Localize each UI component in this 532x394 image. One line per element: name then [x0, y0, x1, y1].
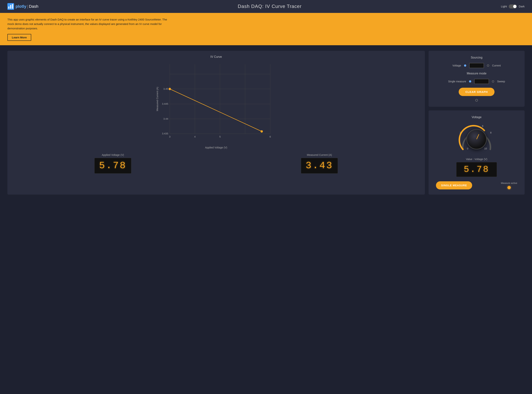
single-measure-radio-btn[interactable]: [469, 80, 471, 83]
measure-mode-radio-row: Single measure Sweep: [434, 79, 519, 84]
svg-text:Measured Current (A): Measured Current (A): [156, 87, 159, 111]
theme-toggle: Light Dark: [501, 5, 525, 9]
measured-current-label: Measured Current (A): [307, 153, 332, 156]
header: plotly|Dash Dash DAQ: IV Curve Tracer Li…: [0, 0, 532, 13]
theme-dark-label: Dark: [519, 5, 525, 8]
svg-rect-1: [8, 6, 9, 9]
measure-mode-title: Measure mode: [434, 72, 519, 75]
applied-voltage-label: Applied Voltage (V): [102, 153, 124, 156]
x-axis-label: Applied Voltage (V): [12, 146, 420, 149]
voltage-value-display: 5.78: [456, 162, 497, 177]
theme-toggle-switch[interactable]: [509, 5, 517, 9]
svg-text:4: 4: [194, 135, 196, 138]
svg-point-24: [169, 88, 171, 90]
svg-rect-4: [154, 60, 278, 145]
chart-container: 3.435 3.44 3.445 3.45 3 4 5 6 Measured C…: [12, 60, 420, 145]
toggle-knob: [513, 5, 516, 8]
voltage-radio-btn[interactable]: [464, 64, 466, 67]
sourcing-title: Sourcing: [434, 56, 519, 59]
svg-text:3.445: 3.445: [162, 103, 168, 105]
knob-dial[interactable]: [466, 129, 487, 149]
measured-current-group: Measured Current (A) 3.43: [301, 153, 338, 174]
right-panel: Sourcing Voltage Current Measure mode Si…: [428, 51, 525, 195]
chart-title: IV Curve: [12, 55, 420, 58]
knob-section: 0 2 4 6 8 10: [434, 123, 519, 177]
theme-light-label: Light: [501, 5, 507, 8]
measure-mode-radio-box: [474, 79, 489, 84]
svg-rect-3: [12, 4, 13, 9]
single-measure-button[interactable]: SINGLE MEASURE: [436, 181, 472, 189]
page-title: Dash DAQ: IV Curve Tracer: [38, 4, 501, 9]
sweep-radio-btn[interactable]: [492, 80, 494, 83]
knob-ring: 0 2 4 6 8 10: [456, 123, 497, 156]
right-top-panel: Sourcing Voltage Current Measure mode Si…: [428, 51, 525, 107]
bottom-controls: SINGLE MEASURE Measure active: [434, 181, 519, 189]
learn-more-button[interactable]: Learn More: [7, 34, 31, 41]
applied-voltage-display: 5.78: [94, 158, 131, 174]
svg-rect-2: [10, 5, 11, 9]
svg-text:3.44: 3.44: [163, 117, 168, 120]
svg-text:3: 3: [169, 135, 171, 138]
measure-active-indicator: [507, 186, 511, 189]
current-radio-label: Current: [492, 64, 501, 67]
logo-area: plotly|Dash: [7, 3, 38, 10]
svg-text:5: 5: [219, 135, 221, 138]
svg-point-25: [261, 130, 263, 133]
status-indicator-dot: [475, 99, 478, 102]
main-content: IV Curve 3.435 3.44: [0, 45, 532, 200]
current-radio-btn[interactable]: [487, 64, 489, 67]
banner-text: This app uses graphic elements of Dash D…: [7, 17, 174, 31]
sourcing-radio-row: Voltage Current: [434, 63, 519, 68]
measured-current-display: 3.43: [301, 158, 338, 174]
applied-voltage-group: Applied Voltage (V) 5.78: [94, 153, 131, 174]
measure-active-group: Measure active: [501, 182, 517, 189]
clear-graph-button[interactable]: CLEAR GRAPH: [459, 88, 494, 96]
svg-text:3.435: 3.435: [162, 132, 168, 135]
knob-indicator: [476, 134, 479, 139]
plotly-logo-icon: [7, 3, 14, 10]
right-bottom-panel: Voltage 0 2 4 6 8 10: [428, 110, 525, 195]
display-row: Applied Voltage (V) 5.78 Measured Curren…: [12, 153, 420, 174]
logo-text: plotly|Dash: [16, 4, 38, 9]
svg-text:3.45: 3.45: [163, 88, 168, 90]
sweep-label: Sweep: [497, 80, 505, 83]
voltage-section-title: Voltage: [434, 116, 519, 119]
voltage-radio-box: [469, 63, 484, 68]
info-banner: This app uses graphic elements of Dash D…: [0, 13, 532, 45]
svg-text:6: 6: [270, 135, 271, 138]
left-panel: IV Curve 3.435 3.44: [7, 51, 425, 195]
value-voltage-label: Value : Voltage (V): [466, 158, 487, 161]
iv-curve-chart: 3.435 3.44 3.445 3.45 3 4 5 6 Measured C…: [12, 60, 420, 145]
measure-active-label: Measure active: [501, 182, 517, 184]
single-measure-label: Single measure: [448, 80, 466, 83]
voltage-radio-label: Voltage: [452, 64, 461, 67]
